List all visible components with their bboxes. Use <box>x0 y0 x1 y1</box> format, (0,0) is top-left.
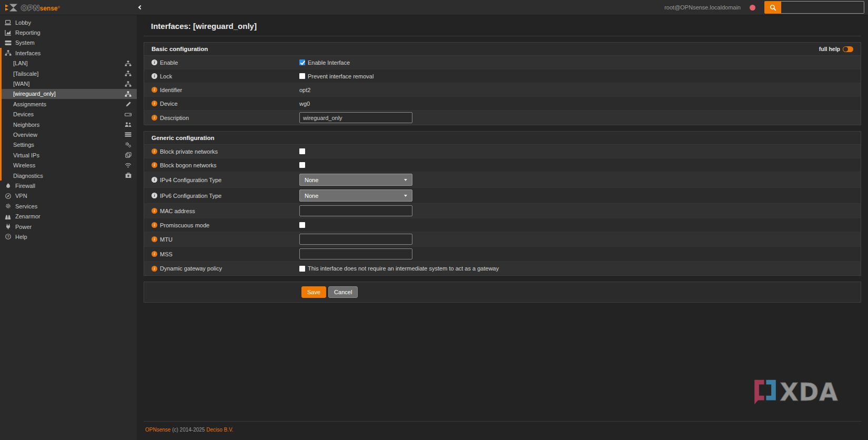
sidebar-item-overview[interactable]: Overview <box>2 129 137 139</box>
sidebar-item-zenarmor[interactable]: Zenarmor <box>0 211 137 221</box>
full-help-label: full help <box>819 46 840 52</box>
info-icon[interactable]: i <box>152 59 157 65</box>
sidebar-item-label: [LAN] <box>13 60 28 66</box>
sidebar-item-settings[interactable]: Settings <box>2 140 137 150</box>
sidebar-group-interfaces: Interfaces[LAN][Tailscale][WAN][wireguar… <box>0 48 137 181</box>
dynamic-gateway-policy-checkbox[interactable] <box>299 266 305 272</box>
save-button[interactable]: Save <box>301 286 326 298</box>
info-icon[interactable]: i <box>152 193 157 198</box>
info-icon[interactable]: i <box>152 177 157 183</box>
wifi-icon <box>125 163 132 168</box>
promiscuous-mode-checkbox[interactable] <box>299 222 305 228</box>
form-row-dynamic-gateway-policy: iDynamic gateway policyThis interface do… <box>144 262 861 275</box>
info-icon[interactable]: i <box>152 148 157 154</box>
info-icon[interactable]: i <box>152 222 157 228</box>
ipv4-configuration-type-select[interactable]: None <box>299 174 412 186</box>
form-control <box>299 112 412 123</box>
field-label: Device <box>160 101 178 107</box>
sidebar-item-label: Assignments <box>13 101 46 107</box>
block-private-networks-checkbox[interactable] <box>299 148 305 154</box>
chevron-down-icon <box>404 179 407 181</box>
sidebar-item-label: Lobby <box>15 19 31 26</box>
svg-text:?: ? <box>7 235 9 238</box>
full-help-toggle[interactable]: full help <box>819 46 853 52</box>
sidebar-item-assignments[interactable]: Assignments <box>2 99 137 109</box>
sidebar-item-services[interactable]: Services <box>0 201 137 211</box>
sidebar-item-lobby[interactable]: Lobby <box>0 17 137 27</box>
lock-checkbox[interactable] <box>299 73 305 79</box>
description-input[interactable] <box>299 112 412 123</box>
footer-link-opnsense[interactable]: OPNsense <box>145 427 170 433</box>
mss-input[interactable] <box>299 248 412 259</box>
info-icon[interactable]: i <box>152 87 157 93</box>
status-dot <box>750 5 755 11</box>
info-icon[interactable]: i <box>152 236 157 242</box>
sidebar-item-power[interactable]: Power <box>0 222 137 232</box>
sidebar-item-devices[interactable]: Devices <box>2 109 137 119</box>
search-button[interactable] <box>764 1 781 14</box>
footer-link-deciso[interactable]: Deciso B.V. <box>206 427 233 433</box>
xda-watermark: XDA <box>752 376 839 408</box>
chevron-left-icon <box>138 5 143 9</box>
form-label: iBlock private networks <box>144 148 299 155</box>
sidebar-item-vpn[interactable]: VPN <box>0 191 137 201</box>
sidebar-item-label: [WAN] <box>13 81 29 87</box>
panel-header: Basic configurationfull help <box>144 43 861 56</box>
sidebar-item-lan[interactable]: [LAN] <box>2 58 137 68</box>
search-input[interactable] <box>781 1 864 14</box>
form-actions: Save Cancel <box>144 282 861 303</box>
enable-checkbox[interactable] <box>299 59 305 65</box>
opnsense-logo: OPNsense® <box>0 3 132 12</box>
sidebar-item-diagnostics[interactable]: Diagnostics <box>2 171 137 181</box>
info-icon[interactable]: i <box>152 162 157 168</box>
panel-header: Generic configuration <box>144 132 861 145</box>
field-label: MSS <box>160 251 173 257</box>
page-title: Interfaces: [wireguard_only] <box>151 22 854 31</box>
cancel-button[interactable]: Cancel <box>328 286 358 298</box>
block-bogon-networks-checkbox[interactable] <box>299 162 305 168</box>
field-label: Block bogon networks <box>160 162 217 168</box>
info-icon[interactable]: i <box>152 115 157 121</box>
field-label: Description <box>160 115 189 121</box>
form-control: Prevent interface removal <box>299 73 374 79</box>
sitemap-icon <box>125 61 132 66</box>
mtu-input[interactable] <box>299 234 412 245</box>
info-icon[interactable]: i <box>152 73 157 79</box>
sidebar-item-reporting[interactable]: Reporting <box>0 27 137 37</box>
sidebar-item-wan[interactable]: [WAN] <box>2 78 137 88</box>
info-icon[interactable]: i <box>152 251 157 257</box>
sidebar-item-wireguard-only[interactable]: [wireguard_only] <box>2 89 137 99</box>
sidebar-item-label: Help <box>15 234 27 240</box>
sidebar-item-label: Interfaces <box>15 50 41 56</box>
sidebar-item-virtual-ips[interactable]: Virtual IPs <box>2 150 137 160</box>
collapse-sidebar-button[interactable] <box>139 6 142 9</box>
sidebar-item-neighbors[interactable]: Neighbors <box>2 119 137 129</box>
mac-address-input[interactable] <box>299 205 412 216</box>
info-icon[interactable]: i <box>152 266 157 272</box>
toggle-off-icon <box>843 46 853 52</box>
sidebar-item-label: Settings <box>13 142 34 148</box>
sidebar-item-wireless[interactable]: Wireless <box>2 160 137 170</box>
form-label: iPromiscuous mode <box>144 222 299 228</box>
form-row-block-private-networks: iBlock private networks <box>144 145 861 158</box>
form-control <box>299 205 412 216</box>
checkbox-label: Enable Interface <box>308 59 350 66</box>
sidebar-item-tailscale[interactable]: [Tailscale] <box>2 68 137 78</box>
users-icon <box>125 122 132 127</box>
form-row-promiscuous-mode: iPromiscuous mode <box>144 218 861 232</box>
form-control: Enable Interface <box>299 59 350 66</box>
ipv6-configuration-type-select[interactable]: None <box>299 189 412 202</box>
search-icon <box>770 4 776 11</box>
sidebar-item-label: Zenarmor <box>15 213 41 219</box>
sidebar-item-help[interactable]: ?Help <box>0 232 137 242</box>
field-label: Lock <box>160 73 172 79</box>
chevron-down-icon <box>404 195 407 197</box>
form-row-identifier: iIdentifieropt2 <box>144 83 861 97</box>
form-label: iMTU <box>144 236 299 243</box>
sidebar-item-system[interactable]: System <box>0 38 137 48</box>
sidebar-item-interfaces[interactable]: Interfaces <box>2 48 137 58</box>
sidebar-item-firewall[interactable]: Firewall <box>0 181 137 191</box>
info-icon[interactable]: i <box>152 101 157 106</box>
info-icon[interactable]: i <box>152 208 157 214</box>
select-value: None <box>305 177 318 183</box>
